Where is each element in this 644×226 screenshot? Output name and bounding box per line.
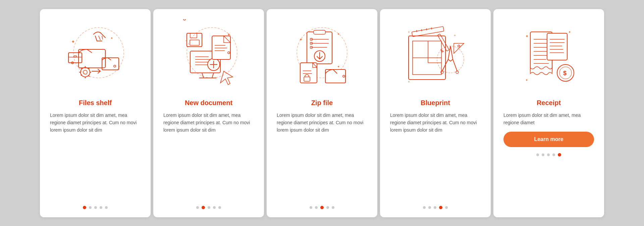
card-zip-file: ✦ ✦ ✦ Zip file Lorem ipsum dolor sit dim… [267, 9, 377, 217]
dot-0[interactable] [196, 206, 199, 209]
dot-3[interactable] [439, 206, 442, 209]
svg-rect-3 [68, 53, 82, 63]
svg-rect-1 [78, 49, 105, 68]
svg-text:✦: ✦ [525, 34, 529, 39]
svg-point-7 [83, 70, 87, 74]
dot-3[interactable] [100, 206, 102, 209]
svg-point-6 [80, 67, 90, 77]
svg-line-13 [89, 76, 90, 77]
card-new-document-body: Lorem ipsum dolor sit dim amet, mea regi… [163, 111, 254, 200]
dot-0[interactable] [536, 153, 539, 156]
dot-1[interactable] [542, 153, 544, 156]
svg-line-72 [417, 30, 417, 32]
card-files-shelf-title: Files shelf [79, 99, 112, 107]
svg-line-75 [431, 27, 432, 29]
card-receipt-dots [536, 153, 561, 156]
svg-line-74 [426, 28, 427, 30]
dot-4[interactable] [105, 206, 108, 209]
card-zip-file-dots [310, 206, 334, 209]
svg-rect-38 [190, 40, 199, 45]
receipt-illustration: $ ✦ ✦ ✦ [512, 19, 586, 93]
dot-0[interactable] [423, 206, 426, 209]
dot-1[interactable] [315, 206, 318, 209]
dot-2[interactable] [320, 206, 324, 209]
dot-0[interactable] [310, 206, 312, 209]
learn-more-button[interactable]: Learn more [503, 132, 594, 147]
svg-text:✦: ✦ [299, 37, 303, 42]
card-blueprint: + + + Blueprint Lorem ipsum dolor sit di… [380, 9, 491, 217]
svg-rect-88 [547, 33, 567, 60]
svg-line-23 [212, 73, 214, 78]
dot-2[interactable] [434, 206, 436, 209]
zip-file-illustration: ✦ ✦ ✦ [285, 19, 359, 93]
svg-line-73 [422, 29, 422, 31]
card-receipt-title: Receipt [537, 99, 561, 107]
svg-text:✦: ✦ [337, 32, 340, 36]
dot-4[interactable] [218, 206, 221, 209]
dot-2[interactable] [547, 153, 550, 156]
svg-point-19 [114, 65, 116, 67]
svg-text:✦: ✦ [110, 36, 113, 40]
card-new-document: ✦ ✦ New document Lorem ipsum dolor sit d… [153, 9, 264, 217]
card-receipt-body: Lorem ipsum dolor sit dim amet, mea regi… [503, 111, 594, 127]
svg-point-79 [458, 45, 460, 47]
svg-text:+: + [454, 34, 456, 37]
svg-point-42 [183, 19, 185, 20]
svg-text:✦: ✦ [568, 30, 571, 34]
card-blueprint-body: Lorem ipsum dolor sit dim amet, mea regi… [390, 111, 481, 200]
svg-text:✦: ✦ [227, 32, 230, 37]
dot-3[interactable] [552, 153, 555, 156]
dot-1[interactable] [428, 206, 431, 209]
dot-2[interactable] [94, 206, 97, 209]
svg-text:✦: ✦ [185, 39, 188, 43]
card-files-shelf-dots [83, 206, 108, 209]
card-zip-file-title: Zip file [311, 99, 333, 107]
card-files-shelf: ✦ ✦ Files shelf Lorem ipsum dolor sit di… [40, 9, 151, 217]
card-blueprint-dots [423, 206, 448, 209]
svg-rect-45 [314, 30, 325, 34]
card-zip-file-body: Lorem ipsum dolor sit dim amet, mea regi… [277, 111, 367, 200]
dot-4[interactable] [332, 206, 334, 209]
blueprint-illustration: + + + [398, 19, 472, 93]
svg-rect-5 [74, 56, 76, 57]
files-shelf-illustration: ✦ ✦ [58, 19, 132, 93]
dot-0[interactable] [83, 206, 86, 209]
svg-text:$: $ [563, 70, 567, 77]
cards-container: ✦ ✦ Files shelf Lorem ipsum dolor sit di… [33, 2, 611, 224]
svg-line-22 [202, 73, 204, 78]
dot-3[interactable] [326, 206, 329, 209]
svg-text:✦: ✦ [525, 78, 528, 82]
card-new-document-dots [196, 206, 221, 209]
dot-1[interactable] [89, 206, 92, 209]
svg-text:✦: ✦ [337, 65, 340, 69]
card-new-document-title: New document [185, 99, 232, 107]
svg-text:+: + [408, 80, 410, 84]
svg-rect-53 [300, 63, 317, 83]
dot-1[interactable] [202, 206, 205, 209]
dot-4[interactable] [445, 206, 448, 209]
svg-rect-32 [212, 36, 230, 59]
card-files-shelf-body: Lorem ipsum dolor sit dim amet, mea regi… [50, 111, 141, 200]
svg-text:+: + [408, 30, 410, 34]
dot-4[interactable] [558, 153, 561, 156]
card-blueprint-title: Blueprint [421, 99, 450, 107]
dot-2[interactable] [208, 206, 210, 209]
new-document-illustration: ✦ ✦ [172, 19, 246, 93]
card-receipt: $ ✦ ✦ ✦ Receipt Lorem ipsum dolor sit di… [493, 9, 604, 217]
dot-3[interactable] [213, 206, 216, 209]
svg-text:✦: ✦ [71, 39, 75, 44]
